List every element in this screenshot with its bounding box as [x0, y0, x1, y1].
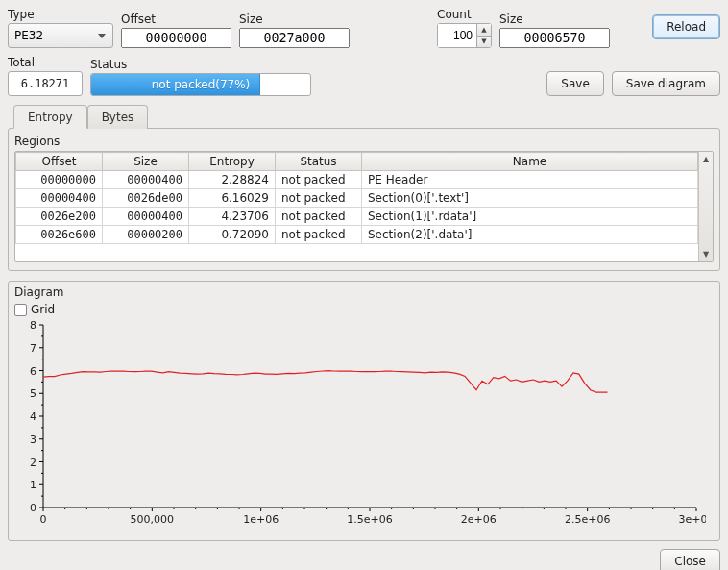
svg-text:2: 2	[30, 457, 36, 469]
type-select[interactable]: PE32	[8, 23, 113, 48]
close-button[interactable]: Close	[660, 549, 720, 570]
offset-input[interactable]	[121, 28, 231, 48]
svg-text:4: 4	[30, 410, 36, 423]
type-label: Type	[8, 8, 113, 21]
diagram-label: Diagram	[14, 285, 714, 299]
col-offset[interactable]: Offset	[16, 153, 103, 171]
col-entropy[interactable]: Entropy	[189, 153, 276, 171]
scroll-up-icon[interactable]: ▲	[699, 152, 713, 166]
svg-text:1.5e+06: 1.5e+06	[347, 513, 392, 526]
count-spinner[interactable]: ▲ ▼	[437, 23, 492, 48]
save-button[interactable]: Save	[546, 71, 603, 96]
table-row[interactable]: 000004000026de006.16029not packedSection…	[16, 189, 698, 208]
size1-label: Size	[239, 12, 350, 26]
size1-input[interactable]	[239, 28, 350, 48]
svg-text:500,000: 500,000	[131, 513, 175, 526]
total-label: Total	[8, 56, 83, 69]
table-row[interactable]: 0026e600000002000.72090not packedSection…	[16, 226, 698, 244]
status-label: Status	[90, 58, 311, 71]
count-label: Count	[437, 8, 492, 21]
svg-text:1e+06: 1e+06	[243, 513, 279, 526]
col-size[interactable]: Size	[103, 153, 189, 171]
svg-text:7: 7	[30, 342, 36, 355]
svg-text:3: 3	[30, 434, 36, 446]
svg-text:8: 8	[30, 320, 36, 332]
count-down[interactable]: ▼	[477, 37, 491, 48]
svg-rect-0	[43, 325, 696, 508]
entropy-chart: 0123456780500,0001e+061.5e+062e+062.5e+0…	[14, 320, 706, 532]
status-progress: not packed(77%)	[90, 73, 311, 96]
svg-text:2.5e+06: 2.5e+06	[565, 513, 610, 526]
svg-text:0: 0	[40, 513, 47, 526]
size2-input[interactable]	[499, 28, 610, 48]
grid-checkbox[interactable]	[14, 304, 27, 316]
svg-text:1: 1	[30, 479, 36, 491]
total-value: 6.18271	[8, 71, 83, 96]
svg-text:5: 5	[30, 387, 36, 400]
table-row[interactable]: 0026e200000004004.23706not packedSection…	[16, 208, 698, 226]
svg-text:2e+06: 2e+06	[461, 513, 497, 526]
save-diagram-button[interactable]: Save diagram	[612, 71, 720, 96]
tab-bytes[interactable]: Bytes	[87, 105, 149, 129]
count-input[interactable]	[438, 24, 476, 47]
svg-text:3e+06: 3e+06	[679, 513, 706, 526]
scroll-down-icon[interactable]: ▼	[699, 247, 713, 261]
size2-label: Size	[499, 12, 610, 26]
count-up[interactable]: ▲	[477, 24, 491, 37]
table-row[interactable]: 00000000000004002.28824not packedPE Head…	[16, 171, 698, 189]
tab-entropy[interactable]: Entropy	[13, 105, 87, 129]
offset-label: Offset	[121, 12, 231, 26]
regions-label: Regions	[14, 135, 714, 148]
grid-label: Grid	[31, 303, 55, 316]
regions-scrollbar[interactable]: ▲ ▼	[698, 152, 713, 261]
svg-text:0: 0	[30, 502, 36, 514]
reload-button[interactable]: Reload	[652, 14, 720, 39]
regions-table[interactable]: Offset Size Entropy Status Name 00000000…	[15, 152, 698, 244]
svg-text:6: 6	[30, 365, 36, 378]
col-status[interactable]: Status	[276, 153, 362, 171]
col-name[interactable]: Name	[362, 153, 698, 171]
